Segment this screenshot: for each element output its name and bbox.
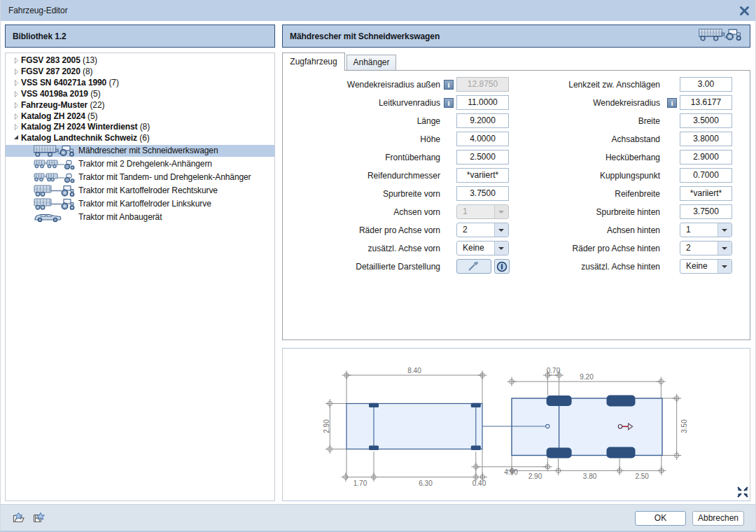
svg-text:2.90: 2.90 xyxy=(323,419,330,433)
svg-text:0.70: 0.70 xyxy=(547,367,561,374)
svg-text:3.80: 3.80 xyxy=(583,472,597,480)
svg-text:0.40: 0.40 xyxy=(472,479,486,487)
svg-text:8.40: 8.40 xyxy=(407,367,421,374)
svg-text:6.30: 6.30 xyxy=(419,479,433,487)
svg-text:9.20: 9.20 xyxy=(580,373,594,381)
svg-text:2.90: 2.90 xyxy=(528,472,542,480)
svg-text:2.50: 2.50 xyxy=(635,472,649,480)
svg-text:1.70: 1.70 xyxy=(354,479,368,487)
svg-text:3.50: 3.50 xyxy=(680,419,688,433)
svg-text:4.90: 4.90 xyxy=(504,468,518,476)
